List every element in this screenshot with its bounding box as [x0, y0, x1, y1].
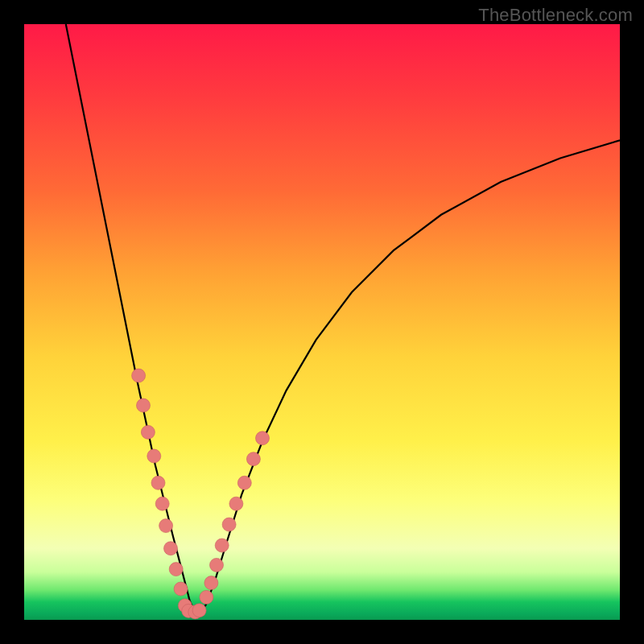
- data-point: [141, 425, 155, 439]
- dots-layer: [132, 369, 270, 619]
- data-point: [147, 449, 161, 463]
- data-point: [137, 398, 151, 412]
- chart-frame: TheBottleneck.com: [0, 0, 644, 644]
- data-point: [200, 590, 213, 604]
- data-point: [246, 452, 260, 466]
- data-point: [256, 431, 270, 445]
- plot-area: [24, 24, 620, 620]
- data-point: [192, 604, 206, 617]
- data-point: [132, 369, 146, 382]
- data-point: [155, 497, 169, 510]
- bottleneck-curve: [66, 24, 620, 613]
- data-point: [229, 497, 243, 510]
- curve-svg: [24, 24, 620, 620]
- watermark-text: TheBottleneck.com: [478, 5, 633, 26]
- data-point: [204, 576, 218, 590]
- data-point: [237, 476, 251, 489]
- data-point: [210, 558, 224, 572]
- data-point: [159, 519, 173, 533]
- data-point: [164, 542, 178, 555]
- data-point: [222, 518, 236, 531]
- data-point: [174, 582, 188, 596]
- data-point: [169, 563, 183, 576]
- data-point: [151, 476, 165, 489]
- data-point: [215, 539, 229, 552]
